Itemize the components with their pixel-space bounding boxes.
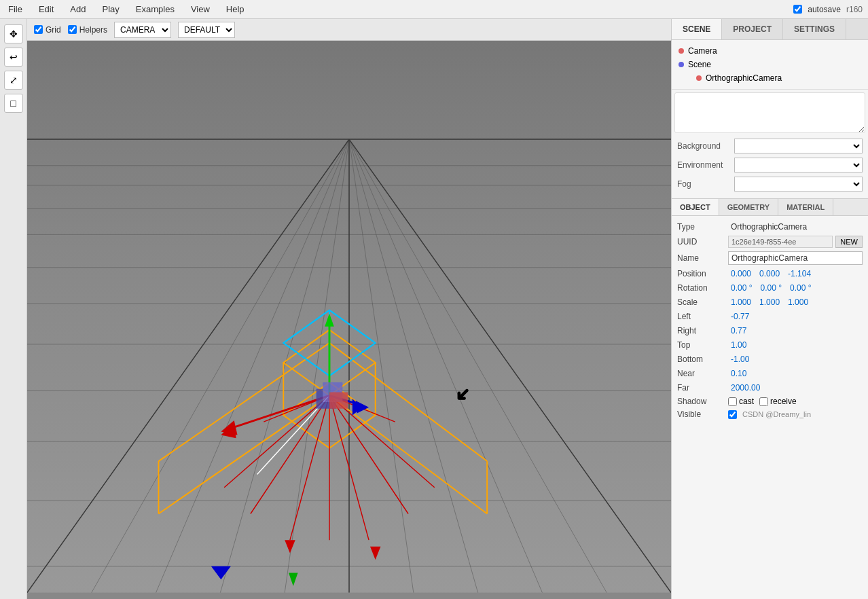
scale-x[interactable]: 1.000 bbox=[728, 297, 754, 308]
right-value[interactable]: 0.77 bbox=[728, 325, 749, 336]
uuid-row: UUID 1c26e149-f855-4ee NEW bbox=[677, 236, 863, 248]
new-uuid-button[interactable]: NEW bbox=[835, 236, 863, 248]
helpers-checkbox[interactable] bbox=[68, 25, 77, 34]
left-value[interactable]: -0.77 bbox=[728, 311, 752, 322]
near-value[interactable]: 0.10 bbox=[728, 368, 749, 379]
right-row: Right 0.77 bbox=[677, 325, 863, 336]
top-row: Top 1.00 bbox=[677, 340, 863, 350]
receive-shadow-checkbox[interactable] bbox=[759, 397, 768, 406]
near-row: Near 0.10 bbox=[677, 368, 863, 379]
menu-examples[interactable]: Examples bbox=[133, 3, 177, 16]
viewport-toolbar: Grid Helpers CAMERA DEFAULT DEFAULT FRON… bbox=[27, 19, 671, 41]
bottom-value[interactable]: -1.00 bbox=[728, 354, 752, 365]
rotation-label: Rotation bbox=[677, 283, 728, 293]
uuid-label: UUID bbox=[677, 237, 728, 247]
environment-select[interactable] bbox=[734, 158, 863, 173]
position-y[interactable]: 0.000 bbox=[757, 268, 782, 279]
right-panel: SCENE PROJECT SETTINGS Camera Scene Orth… bbox=[671, 19, 868, 599]
rotation-values: 0.00 ° 0.00 ° 0.00 ° bbox=[728, 283, 863, 293]
cast-label: cast bbox=[739, 397, 754, 406]
grid-canvas bbox=[27, 41, 671, 593]
viewport[interactable]: ➜ bbox=[27, 41, 671, 599]
scene-label: Scene bbox=[688, 60, 711, 69]
name-input[interactable] bbox=[728, 251, 863, 265]
far-value[interactable]: 2000.00 bbox=[728, 382, 763, 393]
camera-dot bbox=[679, 48, 684, 54]
menu-bar: File Edit Add Play Examples View Help au… bbox=[0, 0, 868, 19]
fog-label: Fog bbox=[677, 179, 731, 189]
rotation-z[interactable]: 0.00 ° bbox=[787, 283, 814, 293]
tree-item-camera[interactable]: Camera bbox=[672, 44, 868, 58]
menu-add[interactable]: Add bbox=[67, 3, 88, 16]
position-row: Position 0.000 0.000 -1.104 bbox=[677, 268, 863, 279]
object-properties: Type OrthographicCamera UUID 1c26e149-f8… bbox=[672, 216, 868, 599]
viewport-container: Grid Helpers CAMERA DEFAULT DEFAULT FRON… bbox=[27, 19, 671, 599]
main-area: ✥ ↩ ⤢ □ Grid Helpers CAMERA DEFAULT DEFA… bbox=[0, 19, 868, 599]
type-row: Type OrthographicCamera bbox=[677, 221, 863, 232]
rotation-y[interactable]: 0.00 ° bbox=[758, 283, 785, 293]
background-select[interactable] bbox=[734, 139, 863, 153]
name-row: Name bbox=[677, 251, 863, 265]
menu-right: autosave r160 bbox=[793, 5, 863, 14]
name-label: Name bbox=[677, 253, 728, 263]
position-x[interactable]: 0.000 bbox=[728, 268, 754, 279]
undo-tool-button[interactable]: ↩ bbox=[4, 48, 23, 67]
background-row: Background bbox=[677, 139, 863, 153]
tab-project[interactable]: PROJECT bbox=[722, 19, 783, 39]
bottom-row: Bottom -1.00 bbox=[677, 354, 863, 365]
menu-file[interactable]: File bbox=[5, 3, 25, 16]
box-tool-button[interactable]: □ bbox=[4, 94, 23, 113]
tab-object[interactable]: OBJECT bbox=[672, 199, 719, 215]
shadow-row: Shadow cast receive bbox=[677, 397, 863, 406]
fog-select[interactable] bbox=[734, 177, 863, 192]
menu-play[interactable]: Play bbox=[100, 3, 122, 16]
helpers-checkbox-label[interactable]: Helpers bbox=[68, 25, 107, 35]
cast-shadow-checkbox[interactable] bbox=[728, 397, 737, 406]
scene-dot bbox=[679, 62, 684, 67]
position-values: 0.000 0.000 -1.104 bbox=[728, 268, 863, 279]
grid-checkbox-label[interactable]: Grid bbox=[34, 25, 61, 35]
grid-checkbox[interactable] bbox=[34, 25, 43, 34]
rotation-row: Rotation 0.00 ° 0.00 ° 0.00 ° bbox=[677, 283, 863, 293]
rotation-x[interactable]: 0.00 ° bbox=[728, 283, 755, 293]
scene-text-area bbox=[674, 92, 865, 133]
cast-shadow-label[interactable]: cast bbox=[728, 397, 754, 406]
receive-label: receive bbox=[770, 397, 797, 406]
menu-edit[interactable]: Edit bbox=[36, 3, 56, 16]
camera-select[interactable]: CAMERA DEFAULT bbox=[114, 22, 171, 38]
scene-tree: Camera Scene OrthographicCamera bbox=[672, 40, 868, 90]
fullscreen-tool-button[interactable]: ⤢ bbox=[4, 71, 23, 90]
scale-y[interactable]: 1.000 bbox=[757, 297, 782, 308]
autosave-label: autosave bbox=[808, 5, 841, 14]
tab-geometry[interactable]: GEOMETRY bbox=[719, 199, 779, 215]
tree-item-ortho-camera[interactable]: OrthographicCamera bbox=[672, 71, 868, 85]
receive-shadow-label[interactable]: receive bbox=[759, 397, 797, 406]
scale-label: Scale bbox=[677, 297, 728, 307]
panel-tabs: SCENE PROJECT SETTINGS bbox=[672, 19, 868, 40]
tree-item-scene[interactable]: Scene bbox=[672, 58, 868, 71]
near-label: Near bbox=[677, 369, 728, 378]
visible-checkbox[interactable] bbox=[728, 410, 737, 419]
position-label: Position bbox=[677, 269, 728, 278]
visible-label: Visible bbox=[677, 410, 728, 419]
visible-row: Visible CSDN @Dreamy_lin bbox=[677, 410, 863, 419]
object-tabs: OBJECT GEOMETRY MATERIAL bbox=[672, 198, 868, 216]
tab-material[interactable]: MATERIAL bbox=[778, 199, 833, 215]
move-tool-button[interactable]: ✥ bbox=[4, 24, 23, 43]
menu-help[interactable]: Help bbox=[223, 3, 247, 16]
ortho-dot bbox=[696, 75, 702, 81]
tab-settings[interactable]: SETTINGS bbox=[783, 19, 846, 39]
position-z[interactable]: -1.104 bbox=[785, 268, 814, 279]
watermark: CSDN @Dreamy_lin bbox=[742, 410, 811, 418]
menu-view[interactable]: View bbox=[188, 3, 213, 16]
scene-properties: Background Environment Fog bbox=[672, 136, 868, 198]
fog-row: Fog bbox=[677, 177, 863, 192]
tab-scene[interactable]: SCENE bbox=[672, 19, 722, 39]
view-select[interactable]: DEFAULT FRONT SIDE TOP bbox=[178, 22, 235, 38]
top-value[interactable]: 1.00 bbox=[728, 340, 749, 350]
camera-label: Camera bbox=[688, 46, 717, 56]
autosave-checkbox[interactable] bbox=[793, 5, 802, 14]
far-row: Far 2000.00 bbox=[677, 382, 863, 393]
scale-row: Scale 1.000 1.000 1.000 bbox=[677, 297, 863, 308]
scale-z[interactable]: 1.000 bbox=[785, 297, 811, 308]
